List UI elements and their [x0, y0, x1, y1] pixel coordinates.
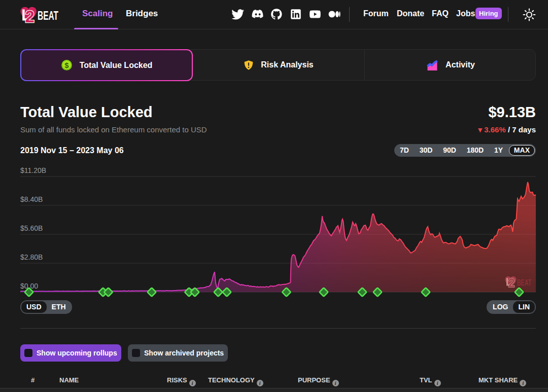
- svg-text:$8.40B: $8.40B: [20, 195, 43, 203]
- svg-text:BEAT: BEAT: [517, 278, 532, 287]
- svg-text:$: $: [64, 61, 69, 69]
- svg-text:2: 2: [25, 7, 35, 25]
- svg-text:$11.20B: $11.20B: [20, 166, 46, 174]
- svg-text:$5.60B: $5.60B: [20, 224, 43, 232]
- svg-text:BEAT: BEAT: [38, 9, 58, 22]
- svg-text:2: 2: [508, 276, 515, 290]
- svg-text:$2.80B: $2.80B: [20, 253, 43, 261]
